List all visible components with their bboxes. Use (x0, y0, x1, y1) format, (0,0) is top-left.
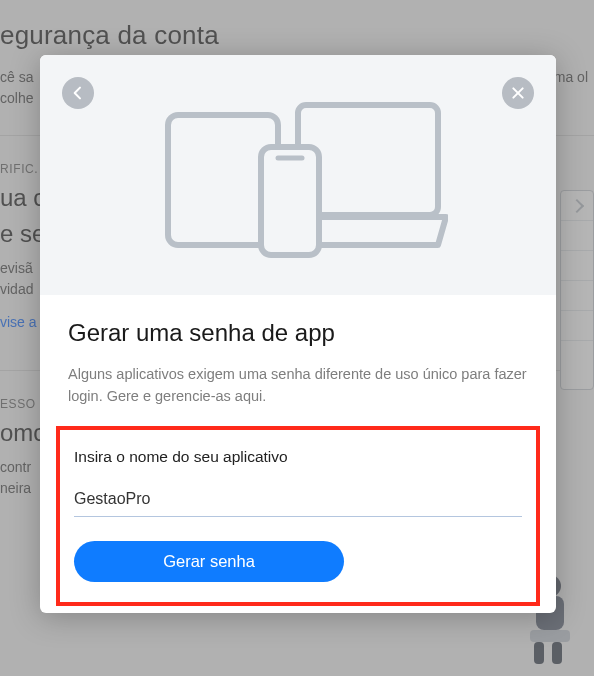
app-password-modal: Gerar uma senha de app Alguns aplicativo… (40, 55, 556, 613)
form-highlight-box: Insira o nome do seu aplicativo Gerar se… (56, 426, 540, 606)
devices-illustration-icon (148, 85, 448, 265)
modal-body: Gerar uma senha de app Alguns aplicativo… (40, 295, 556, 613)
generate-password-button[interactable]: Gerar senha (74, 541, 344, 582)
app-name-input[interactable] (74, 484, 522, 517)
modal-title: Gerar uma senha de app (68, 319, 528, 347)
app-name-label: Insira o nome do seu aplicativo (74, 448, 522, 466)
close-button[interactable] (502, 77, 534, 109)
chevron-left-icon (70, 85, 86, 101)
modal-description: Alguns aplicativos exigem uma senha dife… (68, 363, 528, 408)
back-button[interactable] (62, 77, 94, 109)
svg-rect-7 (261, 147, 319, 255)
modal-hero (40, 55, 556, 295)
close-icon (510, 85, 526, 101)
